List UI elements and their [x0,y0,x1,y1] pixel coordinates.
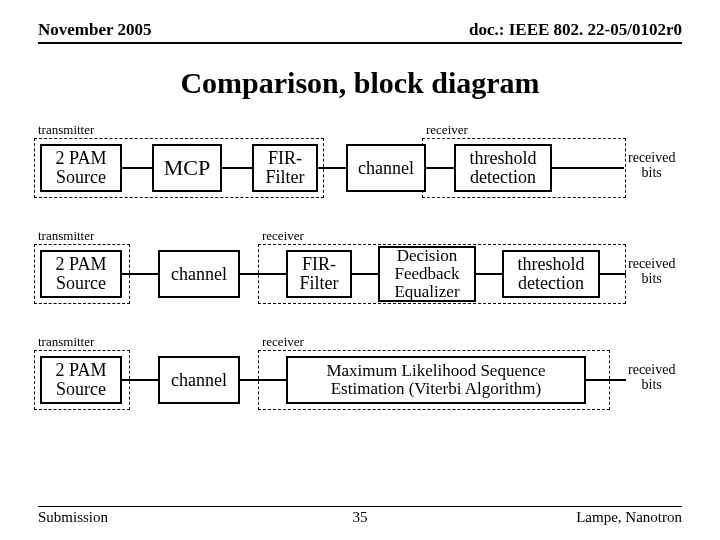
block-dfe: Decision Feedback Equalizer [378,246,476,302]
page-number: 35 [353,509,368,526]
tx-label: transmitter [38,228,94,244]
rx-label: receiver [262,334,304,350]
diagram-row-2: transmitter receiver 2 PAM Source channe… [38,230,682,308]
header-doc: doc.: IEEE 802. 22-05/0102r0 [469,20,682,40]
connector [426,167,454,169]
connector [318,167,346,169]
rx-label: receiver [426,122,468,138]
connector [240,379,286,381]
diagram-row-1: transmitter receiver 2 PAM Source MCP FI… [38,124,682,202]
connector [476,273,502,275]
block-mlse: Maximum Likelihood Sequence Estimation (… [286,356,586,404]
block-source: 2 PAM Source [40,356,122,404]
slide-header: November 2005 doc.: IEEE 802. 22-05/0102… [38,20,682,44]
output-label: received bits [628,150,675,181]
block-threshold: threshold detection [502,250,600,298]
block-threshold: threshold detection [454,144,552,192]
block-channel: channel [346,144,426,192]
connector [240,273,286,275]
block-source: 2 PAM Source [40,144,122,192]
block-source: 2 PAM Source [40,250,122,298]
connector [122,273,158,275]
diagram-row-3: transmitter receiver 2 PAM Source channe… [38,336,682,414]
header-date: November 2005 [38,20,151,40]
block-channel: channel [158,356,240,404]
connector [600,273,626,275]
connector [552,167,624,169]
connector [586,379,626,381]
tx-label: transmitter [38,334,94,350]
block-fir: FIR- Filter [252,144,318,192]
block-mcp: MCP [152,144,222,192]
connector [122,167,152,169]
footer-right: Lampe, Nanotron [576,509,682,526]
tx-label: transmitter [38,122,94,138]
connector [122,379,158,381]
block-fir: FIR- Filter [286,250,352,298]
slide-title: Comparison, block diagram [38,66,682,100]
output-label: received bits [628,362,675,393]
connector [222,167,252,169]
footer-left: Submission [38,509,108,526]
rx-label: receiver [262,228,304,244]
connector [352,273,378,275]
block-channel: channel [158,250,240,298]
output-label: received bits [628,256,675,287]
